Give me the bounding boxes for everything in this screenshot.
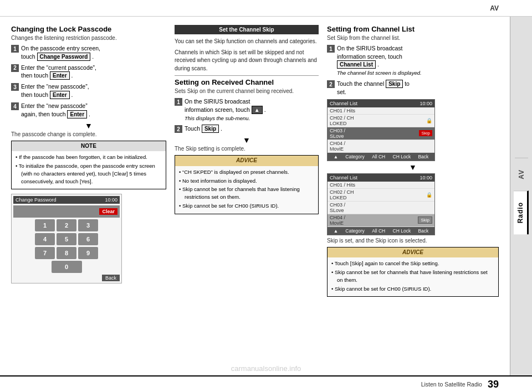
- ch-footer-triangle[interactable]: ▲: [334, 154, 338, 159]
- ch-num-1d: CH04 / MoviE: [330, 141, 360, 152]
- key-7[interactable]: 7: [35, 247, 55, 259]
- ch-footer-allch[interactable]: All CH: [372, 154, 385, 159]
- mid-advice-title: ADVICE: [175, 156, 318, 166]
- ch-num-1a: CH01 / Hits: [330, 108, 360, 114]
- key-1[interactable]: 1: [35, 219, 55, 231]
- keypad-row-4: 0: [13, 261, 120, 273]
- step-text-2: Enter the “current passcode”,then touch …: [21, 64, 96, 80]
- ch-row-1a[interactable]: CH01 / Hits: [328, 107, 434, 115]
- step-1: 1 On the passcode entry screen,touch Cha…: [11, 44, 166, 61]
- ch-row-1c[interactable]: CH03 / SLove Skip: [328, 127, 434, 140]
- mid-step-num-2: 2: [175, 125, 182, 133]
- step-text-4: Enter the “new passcode”again, then touc…: [21, 102, 90, 118]
- step-3: 3 Enter the “new passcode”,then touch En…: [11, 82, 166, 99]
- ch-footer-2-chlock[interactable]: CH Lock: [393, 228, 411, 234]
- change-password-btn[interactable]: Change Password: [37, 53, 91, 61]
- keypad-title: Change Password: [16, 197, 57, 203]
- skip-btn-right[interactable]: Skip: [386, 80, 403, 88]
- key-4[interactable]: 4: [35, 233, 55, 245]
- ch-row-2b[interactable]: CH02 / CH LOKED 🔒: [328, 189, 434, 202]
- ch-title-2: Channel List: [330, 175, 357, 180]
- ch-row-2c[interactable]: CH03 / SLove: [328, 202, 434, 214]
- ch-row-2d[interactable]: CH04 / MoviE Skip: [328, 214, 434, 227]
- right-step-2: 2 Touch the channel Skip toset.: [327, 80, 499, 96]
- key-3[interactable]: 3: [78, 219, 98, 231]
- lock-icon-2b: 🔒: [426, 192, 432, 198]
- ch-num-2d: CH04 / MoviE: [330, 215, 360, 226]
- mid-advice-4: • Skip cannot be set for CH00 (SIRIUS ID…: [185, 202, 314, 210]
- skip-active-btn[interactable]: Skip: [419, 130, 432, 136]
- right-step-1-sub: The channel list screen is displayed.: [337, 70, 422, 76]
- mid-complete-text: The Skip setting is complete.: [175, 146, 319, 152]
- channel-list-2: Channel List 10:00 CH01 / Hits CH02 / CH…: [327, 173, 435, 235]
- step-2: 2 Enter the “current passcode”,then touc…: [11, 64, 166, 80]
- ch-num-2a: CH01 / Hits: [330, 182, 360, 188]
- skip-header: Set the Channel Skip: [175, 25, 319, 34]
- right-step-1: 1 On the SIRIUS broadcastinformation scr…: [327, 44, 499, 77]
- key-5[interactable]: 5: [57, 233, 76, 245]
- ch-footer-category[interactable]: Category: [345, 154, 365, 159]
- ch-footer-2-category[interactable]: Category: [345, 228, 365, 234]
- ch-footer-2-triangle[interactable]: ▲: [334, 228, 338, 234]
- ch-time-1: 10:00: [420, 101, 432, 106]
- right-after-text: Skip is set, and the Skip icon is select…: [327, 238, 499, 244]
- key-9[interactable]: 9: [78, 247, 98, 259]
- content-area: Changing the Lock Passcode Changes the l…: [0, 17, 532, 375]
- channel-list-btn[interactable]: Channel List: [337, 60, 376, 69]
- right-step-text-1: On the SIRIUS broadcastinformation scree…: [337, 44, 422, 77]
- ch-footer-2-allch[interactable]: All CH: [372, 228, 385, 234]
- arrow-down-mid: ▼: [175, 136, 319, 145]
- enter-btn-3[interactable]: Enter: [50, 91, 70, 99]
- clear-btn[interactable]: Clear: [99, 208, 117, 215]
- triangle-down-right: ▼: [327, 163, 499, 171]
- mid-step-text-2: Touch Skip .: [185, 125, 222, 133]
- keypad-time: 10:00: [105, 197, 117, 203]
- complete-text-left: The passcode change is complete.: [11, 131, 166, 137]
- mid-para-2: Channels in which Skip is set will be sk…: [175, 49, 319, 73]
- col-mid: Set the Channel Skip You can set the Ski…: [175, 25, 319, 370]
- key-6[interactable]: 6: [78, 233, 98, 245]
- mid-step-text-1: On the SIRIUS broadcastinformation scree…: [185, 97, 266, 122]
- skip-btn-mid[interactable]: Skip: [202, 125, 219, 133]
- key-8[interactable]: 8: [57, 247, 76, 259]
- page-wrapper: AV Changing the Lock Passcode Changes th…: [0, 0, 532, 392]
- note-box: NOTE • If the passcode has been forgotte…: [11, 141, 166, 190]
- ch-footer-back[interactable]: Back: [418, 154, 428, 159]
- main-content: Changing the Lock Passcode Changes the l…: [0, 17, 510, 375]
- mid-step-num-1: 1: [175, 98, 182, 106]
- enter-btn-4[interactable]: Enter: [67, 110, 87, 118]
- key-2[interactable]: 2: [57, 219, 76, 231]
- key-0[interactable]: 0: [52, 261, 82, 273]
- right-step-num-2: 2: [327, 80, 335, 88]
- right-advice-1: • Touch [Skip] again to cancel the Skip …: [337, 260, 494, 267]
- lock-icon-1b: 🔒: [426, 118, 432, 123]
- tab-radio[interactable]: Radio: [514, 190, 529, 234]
- ch-header-2: Channel List 10:00: [328, 174, 434, 182]
- back-btn-keypad[interactable]: Back: [102, 275, 120, 281]
- ch-row-1b[interactable]: CH02 / CH LOKED 🔒: [328, 115, 434, 127]
- mid-step-1-sub: This displays the sub-menu.: [185, 115, 250, 121]
- mid-step-2: 2 Touch Skip .: [175, 125, 319, 133]
- tab-av[interactable]: AV: [515, 158, 528, 190]
- keypad-row-1: 1 2 3: [13, 219, 120, 231]
- ch-title-1: Channel List: [330, 101, 357, 106]
- left-section-title: Changing the Lock Passcode: [11, 25, 166, 33]
- ch-num-1c: CH03 / SLove: [330, 128, 360, 139]
- av-top-label: AV: [490, 4, 499, 12]
- keypad-mockup: Change Password 10:00 Clear 1 2 3 4 5: [11, 194, 122, 283]
- step-text-1: On the passcode entry screen,touch Chang…: [21, 44, 100, 61]
- ch-row-1d[interactable]: CH04 / MoviE: [328, 140, 434, 153]
- right-advice-box: ADVICE • Touch [Skip] again to cancel th…: [327, 247, 499, 297]
- ch-header-1: Channel List 10:00: [328, 100, 434, 107]
- mid-advice-3: • Skip cannot be set for channels that h…: [185, 185, 314, 201]
- skip-set-btn[interactable]: Skip: [418, 216, 432, 224]
- enter-btn-2[interactable]: Enter: [50, 71, 70, 80]
- ch-footer-chlock[interactable]: CH Lock: [393, 154, 411, 159]
- col-left: Changing the Lock Passcode Changes the l…: [11, 25, 166, 370]
- ch-footer-2-back[interactable]: Back: [418, 228, 428, 234]
- channel-list-1: Channel List 10:00 CH01 / Hits CH02 / CH…: [327, 99, 435, 161]
- triangle-up-btn[interactable]: ▲: [252, 106, 263, 114]
- col-right: Setting from Channel List Set Skip from …: [327, 25, 499, 370]
- ch-row-2a[interactable]: CH01 / Hits: [328, 182, 434, 189]
- page-number: 39: [488, 379, 499, 390]
